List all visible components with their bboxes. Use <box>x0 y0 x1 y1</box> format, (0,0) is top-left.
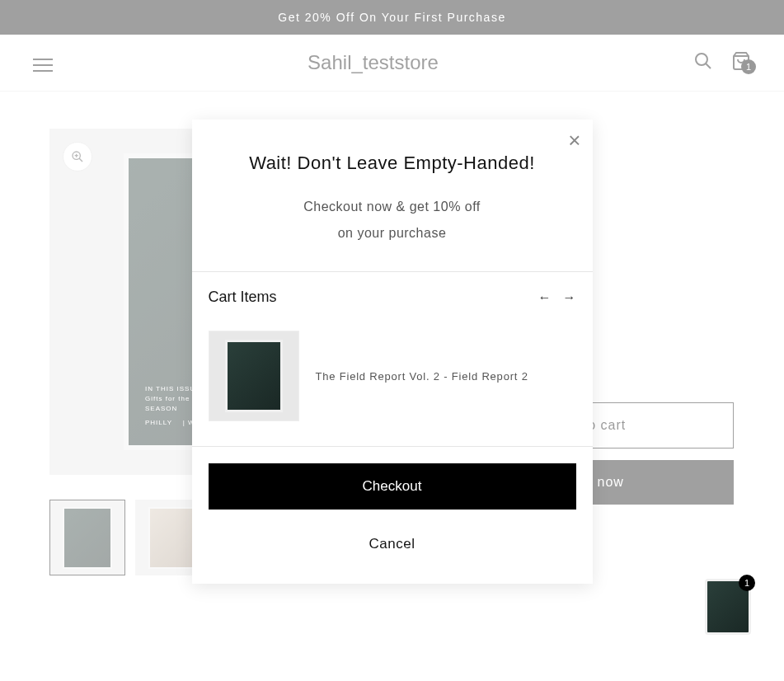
checkout-button[interactable]: Checkout <box>209 463 576 510</box>
arrow-left-icon[interactable]: ← <box>538 290 552 305</box>
modal-subtitle-line1: Checkout now & get 10% off <box>217 194 568 220</box>
carousel-nav: ← → <box>538 290 576 305</box>
exit-intent-modal: × Wait! Don't Leave Empty-Handed! Checko… <box>192 120 593 584</box>
modal-actions: Checkout Cancel <box>192 447 593 584</box>
modal-title: Wait! Don't Leave Empty-Handed! <box>217 153 568 174</box>
floating-cart-widget[interactable]: 1 <box>705 579 751 635</box>
cart-item-image[interactable] <box>209 331 299 421</box>
cart-items-label: Cart Items <box>209 289 277 306</box>
cart-item-name: The Field Report Vol. 2 - Field Report 2 <box>316 370 528 383</box>
cart-item: The Field Report Vol. 2 - Field Report 2 <box>209 322 576 430</box>
floating-cart-image: 1 <box>705 579 751 635</box>
floating-cart-badge: 1 <box>739 575 755 591</box>
modal-subtitle-line2: on your purchase <box>217 220 568 247</box>
close-icon[interactable]: × <box>568 128 580 153</box>
arrow-right-icon[interactable]: → <box>563 290 576 305</box>
cart-header: Cart Items ← → <box>209 289 576 306</box>
cart-section: Cart Items ← → The Field Report Vol. 2 -… <box>192 272 593 446</box>
modal-header: Wait! Don't Leave Empty-Handed! Checkout… <box>192 120 593 271</box>
cancel-button[interactable]: Cancel <box>209 529 576 559</box>
